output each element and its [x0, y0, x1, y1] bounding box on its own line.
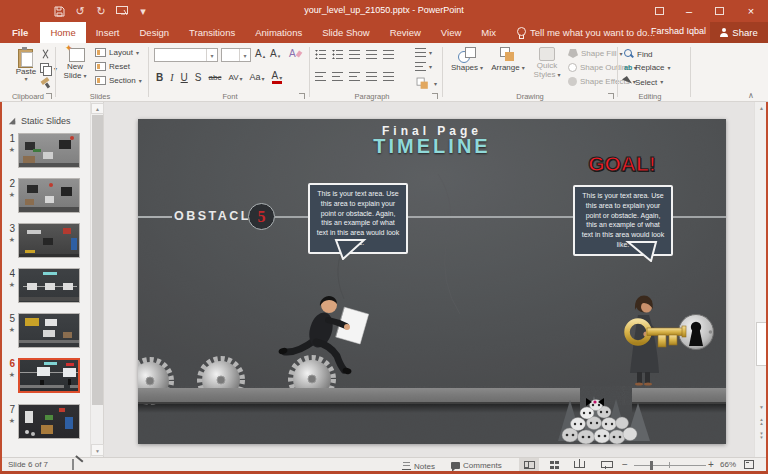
font-group-label: Font: [190, 92, 270, 101]
animation-star-icon: ★: [4, 146, 15, 154]
section-button[interactable]: Section▾: [95, 76, 142, 85]
comments-toggle[interactable]: Comments: [451, 461, 502, 470]
layout-button[interactable]: Layout▾: [95, 48, 139, 57]
thumbnail-scrollbar[interactable]: ▲ ▼: [90, 102, 103, 457]
bold-button[interactable]: B: [156, 73, 163, 83]
notes-toggle[interactable]: Notes: [402, 461, 435, 471]
tab-home[interactable]: Home: [40, 22, 85, 43]
format-painter-button[interactable]: [40, 78, 51, 89]
goal-label[interactable]: GOAL!: [562, 152, 682, 176]
slideshow-view-button[interactable]: [596, 458, 616, 471]
grow-font-button[interactable]: A▴: [255, 49, 265, 59]
italic-button[interactable]: I: [170, 73, 173, 83]
font-name-combo[interactable]: ▾: [154, 48, 218, 62]
zoom-out-button[interactable]: −: [622, 459, 628, 470]
tab-animations[interactable]: Animations: [245, 22, 312, 43]
normal-view-button[interactable]: [519, 458, 539, 471]
drawing-dialog-launcher[interactable]: [608, 93, 614, 99]
tab-design[interactable]: Design: [129, 22, 179, 43]
qat-customize-icon[interactable]: ▾: [136, 4, 150, 18]
collapse-ribbon-icon[interactable]: ∧: [748, 91, 754, 100]
minimize-icon[interactable]: –: [676, 0, 702, 22]
character-spacing-button[interactable]: AV▾: [228, 74, 242, 82]
tab-transitions[interactable]: Transitions: [179, 22, 245, 43]
scroll-up-icon[interactable]: ▲: [91, 103, 104, 114]
section-header[interactable]: Static Slides: [8, 116, 71, 126]
increase-indent-icon[interactable]: [366, 50, 377, 59]
quick-styles-button[interactable]: Quick Styles▾: [530, 47, 564, 79]
tab-mix[interactable]: Mix: [471, 22, 506, 43]
tab-slideshow[interactable]: Slide Show: [312, 22, 380, 43]
reset-button[interactable]: Reset: [95, 62, 130, 71]
tab-view[interactable]: View: [431, 22, 471, 43]
strikethrough-button[interactable]: abc: [208, 74, 221, 82]
zoom-level[interactable]: 66%: [720, 460, 736, 469]
align-right-icon[interactable]: [349, 72, 360, 81]
slide-thumbnail-7[interactable]: [18, 404, 80, 439]
slide-thumbnail-3[interactable]: [18, 223, 80, 258]
tab-file[interactable]: File: [0, 22, 40, 43]
paragraph-dialog-launcher[interactable]: [432, 93, 438, 99]
shrink-font-button[interactable]: A▾: [270, 49, 280, 59]
cut-button[interactable]: [40, 49, 51, 60]
new-slide-button[interactable]: New Slide▾: [58, 47, 92, 80]
text-direction-button[interactable]: ▾: [415, 48, 432, 57]
convert-smartart-button[interactable]: ▾: [415, 76, 437, 92]
bullets-icon[interactable]: [315, 50, 326, 59]
drawing-group-label: Drawing: [490, 92, 570, 101]
slide-thumbnail-1[interactable]: [18, 133, 80, 168]
align-text-button[interactable]: ▾: [415, 62, 432, 71]
slide-thumbnail-4[interactable]: [18, 268, 80, 303]
clear-formatting-button[interactable]: A: [289, 49, 301, 59]
zoom-in-button[interactable]: +: [708, 459, 714, 470]
scroll-down-icon[interactable]: ▼: [91, 444, 104, 456]
slide-thumbnail-2[interactable]: [18, 178, 80, 213]
share-button[interactable]: Share: [710, 22, 768, 43]
start-slideshow-icon[interactable]: [115, 4, 129, 18]
font-dialog-launcher[interactable]: [299, 93, 305, 99]
slide-sorter-button[interactable]: [544, 458, 564, 471]
save-icon[interactable]: [52, 4, 66, 18]
fit-to-window-icon[interactable]: [744, 460, 754, 469]
ribbon-display-options-icon[interactable]: [646, 0, 672, 22]
align-left-icon[interactable]: [315, 72, 326, 81]
change-case-button[interactable]: Aa▾: [249, 73, 264, 82]
tell-me-box[interactable]: Tell me what you want to do...: [506, 22, 665, 43]
account-user[interactable]: Farshad Iqbal: [651, 26, 706, 36]
decrease-indent-icon[interactable]: [349, 50, 360, 59]
replace-button[interactable]: abReplace▾: [624, 63, 671, 72]
slide-thumbnail-6-selected[interactable]: [18, 358, 80, 393]
align-center-icon[interactable]: [332, 72, 343, 81]
slide-number: 6: [4, 358, 15, 369]
select-button[interactable]: Select▾: [624, 77, 663, 87]
shapes-button[interactable]: Shapes▾: [448, 47, 486, 72]
find-button[interactable]: Find: [624, 49, 653, 59]
columns-icon[interactable]: [383, 72, 394, 81]
redo-icon[interactable]: ↻: [94, 4, 108, 18]
maximize-icon[interactable]: [706, 0, 732, 22]
zoom-slider-thumb[interactable]: [650, 461, 653, 470]
scrollbar-thumb[interactable]: [92, 115, 103, 405]
tab-insert[interactable]: Insert: [86, 22, 130, 43]
close-icon[interactable]: ×: [738, 0, 764, 22]
reading-view-button[interactable]: [569, 458, 589, 471]
justify-icon[interactable]: [366, 72, 377, 81]
paste-button[interactable]: Paste ▾: [8, 47, 44, 82]
numbering-icon[interactable]: [332, 50, 343, 59]
arrange-button[interactable]: Arrange▾: [488, 47, 528, 72]
clipboard-dialog-launcher[interactable]: [46, 93, 52, 99]
font-size-combo[interactable]: ▾: [221, 48, 251, 62]
slide-thumbnail-5[interactable]: [18, 313, 80, 348]
tab-review[interactable]: Review: [380, 22, 431, 43]
font-color-button[interactable]: A▾: [272, 71, 283, 84]
pen-notes-icon[interactable]: [72, 459, 74, 470]
text-shadow-button[interactable]: S: [195, 73, 202, 83]
shape-fill-button[interactable]: Shape Fill▾: [568, 49, 623, 58]
slide-canvas[interactable]: Final Page TIMELINE GOAL! OBSTACLE 5 Thi…: [138, 119, 726, 444]
underline-button[interactable]: U: [181, 73, 188, 83]
zoom-slider-track[interactable]: [634, 465, 706, 466]
undo-icon[interactable]: ↺: [73, 4, 87, 18]
paste-icon: [18, 47, 34, 67]
line-spacing-icon[interactable]: [383, 50, 394, 59]
obstacle-number-badge[interactable]: 5: [248, 203, 275, 230]
